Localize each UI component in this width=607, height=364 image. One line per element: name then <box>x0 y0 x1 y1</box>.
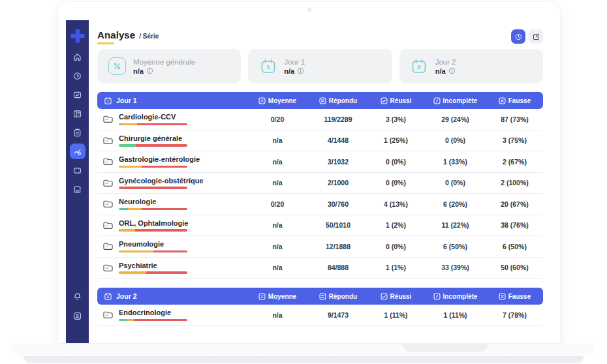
info-icon[interactable] <box>448 67 456 74</box>
bar-segment-incomplete <box>119 250 153 253</box>
sidebar-item-organization[interactable] <box>70 181 86 197</box>
folder-icon <box>102 331 114 332</box>
cell-reussi: 1 (2%) <box>367 221 424 229</box>
stat-card-value: n/a <box>133 67 144 75</box>
sidebar-item-library[interactable] <box>70 106 86 121</box>
stat-cards: Moyenne généralen/a1Jour 1n/a2Jour 2n/a <box>97 49 543 83</box>
bar-segment-incomplete <box>119 166 142 168</box>
column-header-incomplete[interactable]: Incomplète <box>424 293 486 300</box>
bar-segment-incomplete <box>127 319 134 322</box>
table-row[interactable]: Chirurgie généralen/a4/14481 (25%)0 (0%)… <box>97 130 543 152</box>
laptop-screen: Analyse / Série Moyenne généralen/a1Jour… <box>57 1 561 344</box>
folder-icon <box>102 263 114 273</box>
sidebar-bottom <box>70 288 86 324</box>
slash-box-icon <box>433 293 441 300</box>
list-box-icon <box>319 293 326 300</box>
info-icon[interactable] <box>297 67 304 74</box>
stat-card-text: Jour 1n/a <box>284 58 305 75</box>
bar-segment-incomplete <box>119 271 146 274</box>
column-header-fausse[interactable]: Fausse <box>486 97 543 104</box>
sidebar-item-home[interactable] <box>70 49 86 65</box>
bar-segment-reussi <box>119 144 136 147</box>
table-row[interactable]: Gastrologie-entérologien/a3/10320 (0%)1 … <box>97 151 543 173</box>
table-jour-1: 1Jour 1MoyenneRéponduRéussiIncomplèteFau… <box>97 92 543 279</box>
cell-moyenne: 0/20 <box>246 200 309 208</box>
column-header-repondu[interactable]: Répondu <box>309 293 367 300</box>
sidebar-item-exams[interactable] <box>70 125 86 140</box>
cell-repondu: 30/760 <box>309 200 367 208</box>
cell-incomplete: 1 (11%) <box>424 311 486 319</box>
cell-repondu: 84/888 <box>309 264 367 271</box>
result-distribution-bar <box>119 208 187 211</box>
check-box-icon <box>381 293 388 300</box>
bar-segment-reussi <box>119 319 127 322</box>
cell-fausse: 38 (76%) <box>486 221 543 229</box>
tables-area: 1Jour 1MoyenneRéponduRéussiIncomplèteFau… <box>89 92 552 332</box>
bar-segment-incomplete <box>120 229 135 232</box>
folder-icon <box>102 220 114 230</box>
cell-fausse: 50 (60%) <box>486 264 543 271</box>
column-header-fausse[interactable]: Fausse <box>486 293 543 300</box>
table-row[interactable]: Cardiologie-CCV0/20119/22893 (3%)29 (24%… <box>97 109 543 130</box>
bar-segment-fausse <box>135 229 187 232</box>
row-label: Pneumologie <box>119 240 187 248</box>
list-box-icon <box>319 97 326 104</box>
column-header-reussi[interactable]: Réussi <box>367 97 424 104</box>
row-label: ORL, Ophtalmologie <box>119 219 188 227</box>
notes-button[interactable] <box>529 29 543 44</box>
table-row[interactable]: Gynécologie-obstétriquen/a2/10000 (0%)0 … <box>97 173 543 194</box>
bar-segment-reussi <box>119 208 128 211</box>
table-row[interactable]: Pneumologien/a12/18880 (0%)6 (50%)6 (50%… <box>97 236 543 258</box>
sidebar-item-cards[interactable] <box>70 162 86 178</box>
stat-card-jour-1[interactable]: 1Jour 1n/a <box>248 49 392 83</box>
history-icon <box>514 33 523 41</box>
cell-reussi: 0 (0%) <box>367 243 424 250</box>
cell-moyenne: n/a <box>246 179 309 187</box>
bar-segment-fausse <box>119 187 187 189</box>
column-header-repondu[interactable]: Répondu <box>309 97 367 104</box>
sidebar-item-history[interactable] <box>70 68 86 83</box>
sidebar <box>66 20 89 343</box>
history-button[interactable] <box>511 29 525 44</box>
main-content: Analyse / Série Moyenne généralen/a1Jour… <box>89 20 552 332</box>
column-header-moyenne[interactable]: Moyenne <box>246 293 309 300</box>
cell-fausse: 2 (100%) <box>486 179 543 187</box>
bar-segment-fausse <box>146 271 187 274</box>
stat-card-jour-2[interactable]: 2Jour 2n/a <box>399 49 543 83</box>
sidebar-item-notifications[interactable] <box>70 288 86 304</box>
history-icon <box>72 71 82 81</box>
folder-icon <box>102 114 114 124</box>
column-header-reussi[interactable]: Réussi <box>367 293 424 300</box>
app-logo[interactable] <box>69 27 87 45</box>
table-row[interactable]: ORL, Ophtalmologien/a50/10101 (2%)11 (22… <box>97 215 543 237</box>
result-distribution-bar <box>119 123 187 126</box>
table-row[interactable]: Psychiatrien/a84/8881 (1%)33 (39%)50 (60… <box>97 258 543 279</box>
row-label: Gastrologie-entérologie <box>119 155 200 163</box>
sidebar-item-analytics[interactable] <box>70 144 86 159</box>
table-header: 1Jour 1MoyenneRéponduRéussiIncomplèteFau… <box>97 92 543 109</box>
cell-incomplete: 1 (33%) <box>424 158 486 166</box>
bar-segment-fausse <box>142 208 187 211</box>
storefront-icon <box>72 185 82 194</box>
stat-card-label: Jour 1 <box>284 58 305 66</box>
table-row[interactable]: Neurologie0/2030/7604 (13%)6 (20%)20 (67… <box>97 194 543 215</box>
table-row-partial[interactable] <box>97 326 543 333</box>
cell-fausse: 3 (75%) <box>486 136 543 144</box>
cell-repondu: 50/1010 <box>309 221 367 229</box>
column-header-incomplete[interactable]: Incomplète <box>424 97 486 104</box>
row-label: Neurologie <box>119 198 187 205</box>
calendar-2-icon: 2 <box>411 57 428 75</box>
info-icon[interactable] <box>146 67 153 74</box>
bar-segment-fausse <box>142 166 187 168</box>
cell-fausse: 20 (67%) <box>486 200 543 208</box>
column-header-moyenne[interactable]: Moyenne <box>246 97 309 104</box>
sidebar-item-profile[interactable] <box>70 308 86 324</box>
cell-reussi: 4 (13%) <box>367 200 424 208</box>
x-box-icon <box>499 293 506 300</box>
cell-reussi: 0 (0%) <box>367 158 424 166</box>
cell-repondu: 4/1448 <box>309 136 367 144</box>
table-row[interactable]: Endocrinologien/a9/14731 (11%)1 (11%)7 (… <box>97 305 543 326</box>
sidebar-item-flashcards[interactable] <box>70 87 86 102</box>
bar-segment-fausse <box>153 250 188 253</box>
stat-card-moyenne-generale[interactable]: Moyenne généralen/a <box>97 49 241 83</box>
